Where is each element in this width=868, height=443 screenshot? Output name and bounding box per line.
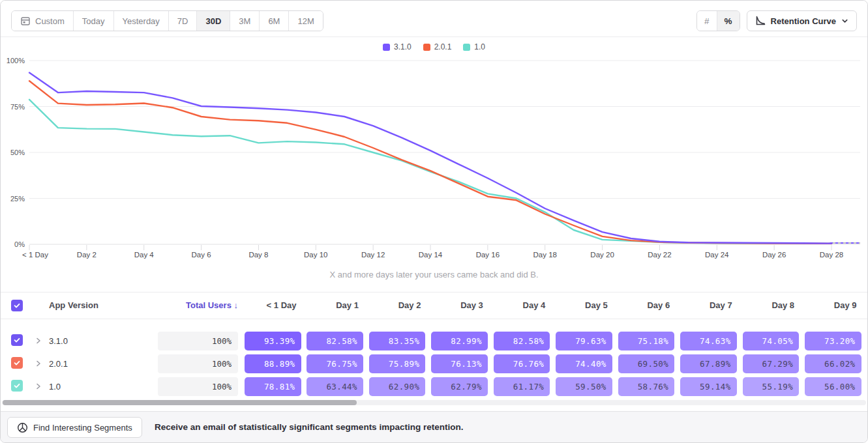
retention-cell[interactable]: 61.17% (494, 377, 550, 396)
date-range-12m[interactable]: 12M (288, 11, 322, 31)
x-axis-tick-label: Day 12 (361, 251, 385, 259)
retention-cell[interactable]: 59.50% (556, 377, 612, 396)
app-version-label: 2.0.1 (49, 352, 68, 375)
series-line-3.1.0 (29, 73, 831, 244)
value-mode-percent[interactable]: % (717, 11, 740, 31)
table-row-1.0: 1.0100%78.81%63.44%62.90%62.79%61.17%59.… (1, 375, 867, 398)
x-axis-tick-label: < 1 Day (22, 251, 48, 259)
row-checkbox[interactable] (11, 380, 23, 392)
column-header-day-6[interactable]: Day 6 (618, 293, 670, 319)
date-range-today[interactable]: Today (73, 11, 113, 31)
expand-chevron-icon[interactable] (35, 337, 42, 345)
retention-report: CustomTodayYesterday7D30D3M6M12M #% Rete… (0, 0, 868, 443)
retention-cell[interactable]: 82.99% (431, 332, 488, 350)
x-axis-tick-label: Day 16 (476, 251, 500, 259)
x-axis-tick-label: Day 4 (134, 251, 155, 259)
date-range-3m[interactable]: 3M (230, 11, 259, 31)
footer-message: Receive an email of statistically signif… (155, 412, 463, 443)
date-range-custom[interactable]: Custom (12, 11, 73, 31)
column-header-day-8[interactable]: Day 8 (743, 293, 795, 319)
retention-cell[interactable]: 74.40% (556, 354, 612, 373)
x-axis-tick-label: Day 2 (77, 251, 97, 259)
x-axis-tick-label: Day 24 (705, 251, 729, 259)
x-axis-tick-label: Day 6 (192, 251, 211, 259)
date-range-7d[interactable]: 7D (168, 11, 197, 31)
retention-cell[interactable]: 67.29% (743, 354, 800, 373)
horizontal-scrollbar-track[interactable] (2, 400, 866, 405)
retention-cell[interactable]: 59.14% (680, 377, 737, 396)
total-users-cell: 100% (158, 354, 238, 373)
date-range-label: Yesterday (123, 16, 160, 26)
retention-table: App Version Total Users ↓ < 1 DayDay 1Da… (1, 292, 867, 401)
y-axis-tick-label: 25% (10, 195, 25, 203)
x-axis-tick-label: Day 18 (533, 251, 556, 259)
date-range-label: 30D (205, 16, 221, 26)
y-axis-tick-label: 50% (10, 149, 25, 156)
row-checkbox[interactable] (11, 334, 23, 346)
retention-cell[interactable]: 74.63% (680, 332, 737, 350)
table-row-3.1.0: 3.1.0100%93.39%82.58%83.35%82.99%82.58%7… (1, 330, 867, 352)
column-header-day-2[interactable]: Day 2 (369, 293, 421, 319)
date-range-6m[interactable]: 6M (259, 11, 288, 31)
segments-button-label: Find Interesting Segments (33, 423, 132, 433)
retention-cell[interactable]: 66.02% (805, 354, 861, 373)
report-view-dropdown[interactable]: Retention Curve (747, 10, 857, 31)
total-users-cell: 100% (158, 377, 238, 396)
row-checkbox[interactable] (11, 357, 23, 369)
expand-chevron-icon[interactable] (35, 382, 42, 390)
retention-cell[interactable]: 58.76% (618, 377, 675, 396)
app-version-label: 1.0 (49, 375, 61, 398)
toolbar: CustomTodayYesterday7D30D3M6M12M #% Rete… (1, 1, 867, 37)
retention-cell[interactable]: 76.75% (307, 354, 363, 373)
footer-bar: Find Interesting Segments Receive an ema… (1, 411, 867, 443)
app-version-label: 3.1.0 (49, 330, 68, 352)
retention-cell[interactable]: 69.50% (618, 354, 675, 373)
retention-cell[interactable]: 82.58% (494, 332, 550, 350)
date-range-30d[interactable]: 30D (196, 11, 230, 31)
column-header-total-users[interactable]: Total Users ↓ (131, 293, 238, 319)
retention-cell[interactable]: 56.00% (805, 377, 861, 396)
column-header-day-5[interactable]: Day 5 (556, 293, 608, 319)
retention-cell[interactable]: 67.89% (680, 354, 737, 373)
retention-cell[interactable]: 62.90% (369, 377, 426, 396)
date-range-label: 3M (239, 16, 250, 26)
column-header-day-9[interactable]: Day 9 (805, 293, 857, 319)
date-range-label: 6M (268, 16, 280, 26)
retention-cell[interactable]: 75.18% (618, 332, 675, 350)
retention-cell[interactable]: 63.44% (307, 377, 363, 396)
table-row-2.0.1: 2.0.1100%88.89%76.75%75.89%76.13%76.76%7… (1, 352, 867, 375)
retention-cell[interactable]: 88.89% (245, 354, 301, 373)
retention-cell[interactable]: 78.81% (245, 377, 301, 396)
horizontal-scrollbar-thumb[interactable] (3, 400, 357, 405)
select-all-checkbox[interactable] (11, 300, 23, 311)
value-mode-absolute[interactable]: # (697, 11, 717, 31)
retention-cell[interactable]: 83.35% (369, 332, 426, 350)
column-header-1-day[interactable]: < 1 Day (245, 293, 297, 319)
column-header-day-7[interactable]: Day 7 (680, 293, 732, 319)
retention-cell[interactable]: 75.89% (369, 354, 426, 373)
retention-cell[interactable]: 93.39% (245, 332, 301, 350)
column-header-day-4[interactable]: Day 4 (494, 293, 546, 319)
retention-cell[interactable]: 62.79% (431, 377, 488, 396)
retention-cell[interactable]: 73.20% (805, 332, 861, 350)
retention-cell[interactable]: 74.05% (743, 332, 800, 350)
retention-cell[interactable]: 79.63% (556, 332, 612, 350)
date-range-yesterday[interactable]: Yesterday (113, 11, 168, 31)
retention-cell[interactable]: 76.76% (494, 354, 550, 373)
y-axis-tick-label: 100% (7, 57, 25, 64)
segments-icon (17, 422, 28, 433)
column-header-day-1[interactable]: Day 1 (307, 293, 359, 319)
retention-chart-section: 3.1.02.0.11.0 100%75%50%25%0%< 1 DayDay … (1, 36, 867, 285)
retention-cell[interactable]: 82.58% (307, 332, 363, 350)
retention-cell[interactable]: 55.19% (743, 377, 800, 396)
total-users-cell: 100% (158, 332, 238, 350)
chart-caption: X and more days later your users came ba… (1, 270, 867, 279)
column-header-day-3[interactable]: Day 3 (431, 293, 483, 319)
date-range-label: Custom (35, 16, 65, 26)
x-axis-tick-label: Day 8 (248, 251, 268, 259)
chevron-down-icon (841, 18, 848, 25)
find-interesting-segments-button[interactable]: Find Interesting Segments (7, 417, 142, 438)
retention-cell[interactable]: 76.13% (431, 354, 488, 373)
expand-chevron-icon[interactable] (35, 360, 42, 367)
x-axis-tick-label: Day 22 (648, 251, 671, 259)
